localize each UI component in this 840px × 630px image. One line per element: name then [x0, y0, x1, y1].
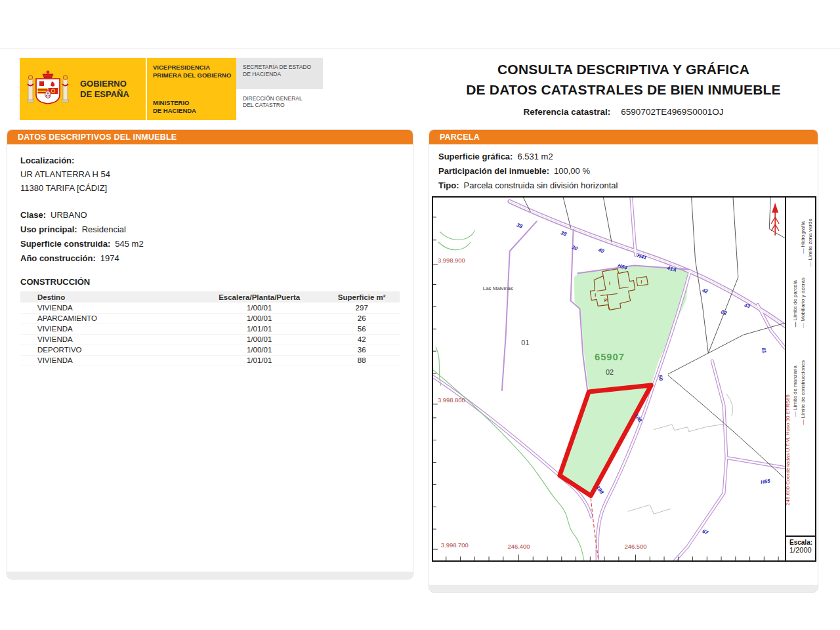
uso-field: Uso principal:Residencial	[20, 222, 400, 237]
reference-label: Referencia catastral:	[524, 107, 611, 117]
top-divider	[0, 48, 840, 49]
property-fields: Clase:URBANO Uso principal:Residencial S…	[20, 208, 400, 266]
page-title-line2: DE DATOS CATASTRALES DE BIEN INMUEBLE	[433, 79, 814, 100]
government-logo-block: GOBIERNO DE ESPAÑA VICEPRESIDENCIA PRIME…	[20, 58, 323, 120]
legend-line-sample: —	[800, 420, 806, 425]
localizacion-address: UR ATLANTERRA H 54	[20, 167, 400, 181]
localizacion-city: 11380 TARIFA [CÁDIZ]	[20, 181, 400, 195]
parcela-panel-header: PARCELA	[429, 130, 818, 144]
zone-name-label: Las Malvinas	[483, 285, 513, 291]
left-axis-ticks	[433, 217, 438, 549]
spain-coat-of-arms	[20, 58, 76, 120]
table-row: VIVIENDA1/01/0156	[20, 324, 400, 334]
table-row: APARCAMIENTO1/00/0126	[20, 313, 400, 324]
parcel-01-label: 01	[521, 339, 529, 346]
svg-text:40: 40	[597, 247, 606, 255]
svg-text:42: 42	[701, 287, 709, 295]
participacion-field: Participación del inmueble:100,00 %	[438, 164, 818, 178]
secretaria-direccion-block: SECRETARÍA DE ESTADO DE HACIENDA DIRECCI…	[236, 58, 323, 120]
col-destino: Destino	[20, 291, 195, 303]
y-coordinate-label: 3.998.800	[438, 396, 465, 404]
building-label: I	[595, 293, 596, 297]
map-canvas: I I PI I Las Malvinas 01 65907 02 38 38	[433, 198, 785, 560]
gobierno-line1: GOBIERNO	[80, 79, 146, 89]
building-label: I	[640, 280, 642, 284]
table-row: VIVIENDA1/00/0142	[20, 334, 400, 345]
x-coordinate-label: 246.400	[508, 543, 530, 550]
cadastral-map: I I PI I Las Malvinas 01 65907 02 38 38	[432, 196, 816, 562]
ministerio-label: MINISTERIO DE HACIENDA	[153, 99, 234, 114]
coat-of-arms-icon	[27, 68, 69, 110]
svg-text:H55: H55	[760, 478, 770, 485]
legend-item-limite-construcciones: —Límite de construcciones	[800, 360, 806, 425]
y-coordinate-label: 3.998.900	[438, 257, 465, 264]
reference-value: 6590702TE4969S0001OJ	[621, 107, 723, 117]
legend-line-sample: —	[792, 411, 798, 417]
legend-line-sample: —	[800, 323, 806, 328]
legend-line-sample: —	[800, 249, 806, 254]
svg-text:67: 67	[702, 528, 709, 536]
document-title-block: CONSULTA DESCRIPTIVA Y GRÁFICA DE DATOS …	[433, 59, 814, 117]
col-escalera: Escalera/Planta/Puerta	[195, 291, 324, 303]
map-drawing: I I PI I Las Malvinas 01 65907 02 38 38	[433, 198, 785, 560]
legend-item-mobiliario: —Mobiliario y aceras	[800, 278, 806, 328]
svg-text:38: 38	[560, 230, 568, 238]
legend-item-zona-verde: —Límite zona verde	[807, 219, 813, 267]
legend-line-sample: —	[792, 322, 798, 327]
gobierno-line2: DE ESPAÑA	[80, 89, 146, 100]
building-label: PI	[604, 298, 609, 303]
construction-table: Destino Escalera/Planta/Puerta Superfici…	[20, 291, 400, 366]
svg-text:38: 38	[516, 222, 524, 230]
cadastral-consultation-page: GOBIERNO DE ESPAÑA VICEPRESIDENCIA PRIME…	[0, 0, 840, 630]
manzana-number-label: 65907	[595, 352, 625, 362]
col-superficie: Superficie m²	[324, 291, 400, 303]
legend-item-limite-manzana: —Límite de manzana	[792, 366, 798, 417]
bottom-axis-ticks	[446, 555, 778, 560]
direccion-catastro-label: DIRECCIÓN GENERAL DEL CATASTRO	[236, 89, 323, 121]
svg-text:02: 02	[720, 309, 728, 317]
x-coordinate-label: 246.500	[625, 543, 647, 550]
svg-text:61: 61	[760, 346, 767, 354]
descriptive-data-panel: DATOS DESCRIPTIVOS DEL INMUEBLE Localiza…	[7, 129, 413, 579]
parcela-info: Superficie gráfica:6.531 m2 Participació…	[429, 144, 818, 193]
utm-coordinates-note: 246.600 Coordenadas U.T.M. Huso 30 ETRS8…	[785, 394, 791, 505]
y-coordinate-label: 3.998.700	[441, 541, 469, 549]
construction-table-header-row: Destino Escalera/Planta/Puerta Superfici…	[20, 291, 400, 303]
anio-field: Año construcción:1974	[20, 251, 400, 266]
right-panel-bottom-bar	[429, 585, 818, 592]
page-title-line1: CONSULTA DESCRIPTIVA Y GRÁFICA	[433, 59, 814, 79]
descriptive-data-panel-header: DATOS DESCRIPTIVOS DEL INMUEBLE	[7, 130, 413, 144]
legend-items: —Hidrografía —Límite zona verde —Límite …	[786, 198, 815, 536]
legend-line-sample: —	[807, 262, 813, 267]
superficie-field: Superficie construida:545 m2	[20, 237, 400, 251]
construccion-title: CONSTRUCCIÓN	[20, 277, 400, 287]
subject-parcel-outline	[560, 385, 651, 495]
scale-label: Escala:	[789, 539, 815, 546]
svg-text:43: 43	[743, 302, 751, 309]
scale-value: 1/2000	[789, 546, 815, 554]
gobierno-espana-wordmark: GOBIERNO DE ESPAÑA	[76, 58, 147, 120]
left-panel-bottom-bar	[7, 572, 413, 579]
legend-item-hidrografia: —Hidrografía	[800, 221, 806, 254]
parcel-02-label: 02	[606, 368, 614, 376]
parcela-panel-body: Superficie gráfica:6.531 m2 Participació…	[429, 144, 818, 585]
svg-text:50: 50	[657, 375, 664, 382]
localizacion-label: Localización:	[20, 154, 400, 167]
vicepresidencia-label: VICEPRESIDENCIA PRIMERA DEL GOBIERNO	[153, 64, 234, 79]
descriptive-data-panel-body: Localización: UR ATLANTERRA H 54 11380 T…	[7, 144, 413, 572]
map-legend: —Hidrografía —Límite zona verde —Límite …	[785, 198, 815, 560]
building-label: I	[609, 280, 610, 285]
ministry-block: VICEPRESIDENCIA PRIMERA DEL GOBIERNO MIN…	[147, 58, 236, 120]
parcela-panel: PARCELA Superficie gráfica:6.531 m2 Part…	[429, 129, 818, 593]
superficie-grafica-field: Superficie gráfica:6.531 m2	[438, 150, 818, 164]
legend-item-limite-parcela: —Límite de parcela	[792, 280, 798, 327]
scale-box: Escala: 1/2000	[786, 536, 815, 560]
table-row: DEPORTIVO1/00/0136	[20, 345, 400, 355]
clase-field: Clase:URBANO	[20, 208, 400, 222]
secretaria-label: SECRETARÍA DE ESTADO DE HACIENDA	[236, 58, 323, 89]
svg-text:108: 108	[595, 484, 605, 495]
table-row: VIVIENDA1/01/0188	[20, 355, 400, 366]
table-row: VIVIENDA1/00/01297	[20, 303, 400, 313]
cadastral-reference: Referencia catastral:6590702TE4969S0001O…	[433, 107, 814, 117]
tipo-field: Tipo:Parcela construida sin división hor…	[438, 178, 818, 193]
